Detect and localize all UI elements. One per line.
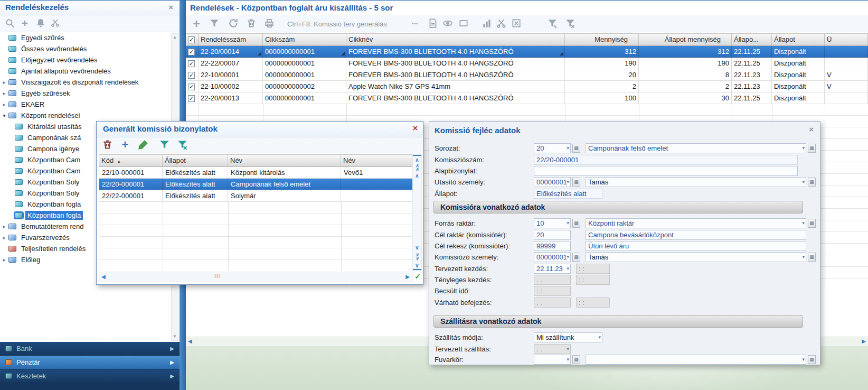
chevron-right-icon[interactable]: ▸ — [0, 257, 8, 263]
frame-icon[interactable] — [457, 18, 470, 31]
col-allapot[interactable]: Állapot — [163, 155, 228, 166]
col-extra[interactable]: Ü — [825, 34, 868, 45]
delete-icon[interactable] — [101, 139, 114, 152]
scroll-left-icon[interactable]: ◀ — [101, 274, 106, 280]
add-icon[interactable]: + — [119, 139, 131, 152]
excel-export-icon[interactable] — [510, 18, 523, 31]
col-allapot-mennyiseg[interactable]: Állapot mennyiség — [639, 34, 732, 45]
filter-clear-icon[interactable] — [176, 139, 188, 152]
forras-name-combo[interactable]: Központi raktár▾ — [586, 218, 806, 228]
order-row-5[interactable]: ✓ 22-20/00013 0000000000001 FOREVER BMS-… — [186, 92, 868, 104]
search-icon[interactable] — [4, 18, 16, 30]
varhato-befejezes-time[interactable]: : : — [576, 298, 610, 308]
komissio-row-1[interactable]: 22/10-000001 Előkészítés alatt Központi … — [99, 167, 414, 179]
lookup-button[interactable]: ▦ — [808, 219, 816, 228]
utasito-name-combo[interactable]: Tamás▾ — [586, 177, 806, 187]
close-icon[interactable]: × — [168, 3, 173, 12]
scroll-down-icon[interactable]: ▼ — [172, 333, 178, 340]
tree-item-kozpont-rendelesei[interactable]: ▾Központ rendelései — [0, 110, 172, 121]
select-all-checkbox[interactable]: ✓ — [186, 34, 199, 45]
add-icon[interactable]: + — [190, 18, 203, 31]
bell-icon[interactable] — [35, 18, 46, 30]
komissiozo-code-combo[interactable]: 00000001▾ — [534, 252, 571, 262]
lookup-button[interactable]: ▦ — [808, 144, 816, 153]
row-checkbox[interactable]: ✓ — [186, 81, 199, 92]
lookup-button[interactable]: ▦ — [808, 178, 816, 187]
edit-pencil-icon[interactable] — [137, 139, 149, 152]
col-allapot-datum[interactable]: Állapo... — [732, 34, 772, 45]
col-cikkszam[interactable]: Cikkszám — [263, 34, 346, 45]
order-row-3[interactable]: ✓ 22-10/00001 0000000000001 FOREVER BMS-… — [186, 69, 868, 81]
scroll-right-icon[interactable]: ▶ — [862, 338, 866, 344]
cut-icon[interactable] — [50, 18, 61, 30]
cel-rekesz-code-field[interactable]: 99999 — [534, 241, 571, 251]
komissio-row-2-selected[interactable]: 22/20-000001 Előkészítés alatt Camponána… — [99, 179, 414, 190]
tervezett-kezdes-date[interactable]: 22.11.23▾ — [534, 264, 571, 274]
lookup-button[interactable]: ▦ — [808, 355, 816, 364]
lookup-button[interactable]: ▦ — [572, 178, 580, 187]
szallitas-modja-combo[interactable]: Mi szállítunk▾ — [534, 332, 602, 342]
lookup-button[interactable]: ▦ — [808, 253, 816, 262]
scroll-pageup-icon[interactable]: ∧∧ — [413, 163, 421, 172]
col-cikknev[interactable]: Cikknév — [346, 34, 565, 45]
filter-icon[interactable] — [208, 18, 221, 31]
col-kod[interactable]: Kód▲ — [99, 155, 163, 166]
chevron-right-icon[interactable]: ▸ — [0, 79, 8, 85]
nav-item-keszletek[interactable]: Készletek ▶ — [0, 369, 180, 383]
tree-item-ekaer[interactable]: ▸EKAER — [0, 99, 172, 110]
order-row-1-selected[interactable]: ✓ 22-20/00014 0000000000001 FOREVER BMS-… — [186, 46, 868, 58]
add-icon[interactable]: + — [19, 18, 31, 30]
filter-clear-icon[interactable] — [564, 18, 577, 31]
chevron-right-icon[interactable]: ▸ — [0, 90, 8, 96]
fuvarkor-name-combo[interactable]: ▾ — [586, 355, 806, 365]
tree-item-elojegyzett[interactable]: Előjegyzett vevőrendelés — [0, 54, 172, 66]
order-row-2[interactable]: ✓ 22-22/00007 0000000000001 FOREVER BMS-… — [186, 58, 868, 69]
col-rendelesszam[interactable]: Rendelésszám — [199, 34, 263, 45]
scroll-down-icon[interactable]: ∨ — [413, 244, 421, 252]
scroll-top-icon[interactable]: ∧ — [413, 155, 421, 163]
lookup-button[interactable]: ▦ — [572, 253, 580, 262]
delete-icon[interactable] — [245, 18, 258, 31]
tree-item-visszaigazolt[interactable]: ▸Visszaigazolt és diszponált rendelések — [0, 77, 172, 88]
horizontal-scrollbar[interactable]: ◀ III ▶ — [99, 272, 413, 282]
fuvarkor-code-combo[interactable]: ▾ — [534, 355, 571, 365]
tenyleges-kezdes-time[interactable]: : : — [576, 275, 610, 285]
tree-item-egyeb-szuresek[interactable]: ▸Egyéb szűrések — [0, 88, 172, 99]
confirm-check-icon[interactable]: ✓ — [413, 272, 422, 281]
komisszioszam-field[interactable]: 22/20-000001 — [534, 155, 798, 165]
chevron-right-icon[interactable]: ▸ — [0, 224, 8, 229]
row-checkbox[interactable]: ✓ — [186, 46, 199, 58]
tree-item-egyedi-szures[interactable]: Egyedi szűrés — [0, 32, 172, 43]
scroll-left-icon[interactable]: ◀ — [188, 338, 192, 344]
col-nev[interactable]: Név — [228, 155, 341, 166]
chevron-right-icon[interactable]: ▸ — [0, 235, 8, 240]
tenyleges-kezdes-date[interactable]: . . — [534, 275, 571, 285]
scroll-bottom-icon[interactable]: ∨ — [413, 262, 421, 270]
lookup-button[interactable]: ▦ — [572, 355, 580, 364]
nav-item-penztar[interactable]: Pénztár ▶ — [0, 356, 180, 369]
print-icon[interactable] — [263, 18, 276, 31]
cel-rekesz-name-field[interactable]: Úton lévő áru — [586, 241, 806, 251]
chart-icon[interactable] — [480, 18, 493, 31]
sorozat-name-combo[interactable]: Camponának felső emelet▾ — [586, 143, 806, 153]
scroll-up-icon[interactable]: ▲ — [172, 34, 178, 41]
tree-item-ajanlat-allapotu[interactable]: Ajánlat állapotú vevőrendelés — [0, 66, 172, 77]
cut-icon[interactable] — [495, 18, 508, 31]
scrollbar-grip[interactable]: III — [214, 273, 220, 279]
col-mennyiseg[interactable]: Mennyiség — [565, 34, 639, 45]
scroll-up-icon[interactable]: ∧ — [413, 172, 421, 180]
tervezett-kezdes-time[interactable]: : : — [576, 264, 610, 274]
sorozat-code-combo[interactable]: 20▾ — [534, 143, 571, 153]
row-checkbox[interactable]: ✓ — [186, 58, 199, 69]
lookup-button[interactable]: ▦ — [572, 144, 580, 153]
row-checkbox[interactable]: ✓ — [186, 92, 199, 104]
filter-apply-icon[interactable] — [546, 18, 559, 31]
col-allapot[interactable]: Állapot — [772, 34, 825, 45]
komissio-row-3[interactable]: 22/22-000001 Előkészítés alatt Solymár — [99, 190, 414, 202]
close-icon[interactable]: × — [809, 125, 814, 134]
nav-item-bank[interactable]: Bank ▶ — [0, 342, 180, 356]
col-nev2[interactable]: Név — [341, 155, 413, 166]
forras-code-combo[interactable]: 10▾ — [534, 218, 571, 228]
more-actions[interactable]: ... — [412, 17, 418, 26]
utasito-code-combo[interactable]: 00000001▾ — [534, 177, 571, 187]
